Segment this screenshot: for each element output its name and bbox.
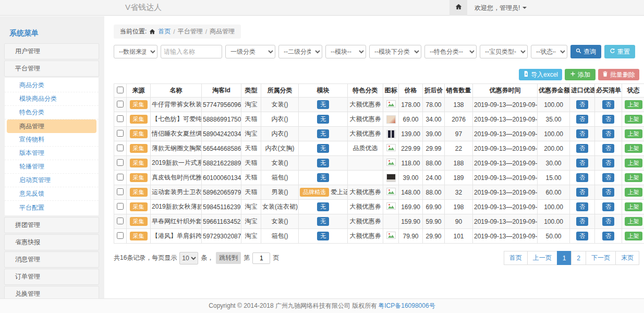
row-checkbox[interactable] xyxy=(117,159,124,166)
reset-button[interactable]: 重置 xyxy=(604,45,635,58)
must-buy-toggle[interactable]: 否 xyxy=(602,115,614,124)
must-buy-toggle[interactable]: 否 xyxy=(602,173,614,182)
import-select-toggle[interactable]: 否 xyxy=(576,100,588,109)
category-level1-select[interactable]: 一级分类 xyxy=(225,45,275,58)
row-checkbox[interactable] xyxy=(117,232,124,239)
status-badge[interactable]: 上架 xyxy=(625,188,642,197)
category-level2-select[interactable]: --二级分类-- xyxy=(278,45,322,58)
import-select-toggle[interactable]: 否 xyxy=(576,232,588,240)
cell-type: 天猫 xyxy=(241,112,261,127)
sidebar-item[interactable]: 平台管理 xyxy=(4,61,99,77)
import-select-toggle[interactable]: 否 xyxy=(576,188,588,197)
import-select-toggle[interactable]: 否 xyxy=(576,202,588,211)
status-badge[interactable]: 上架 xyxy=(625,144,642,153)
data-source-select[interactable]: --数据来源-- xyxy=(114,45,157,58)
cell-select xyxy=(114,214,127,229)
page-button[interactable]: 上一页 xyxy=(527,251,557,265)
search-button[interactable]: 查询 xyxy=(570,45,601,58)
sidebar-item[interactable]: 用户管理 xyxy=(4,43,99,59)
import-select-toggle[interactable]: 否 xyxy=(576,144,588,153)
sidebar-subitem[interactable]: 模块商品分类 xyxy=(5,92,99,106)
sidebar-subitem[interactable]: 启动页管理 xyxy=(5,174,99,187)
must-buy-toggle[interactable]: 否 xyxy=(602,159,614,167)
sidebar-subitem[interactable]: 意见反馈 xyxy=(5,187,99,201)
module-subcategory-select[interactable]: --模块下分类-- xyxy=(369,45,421,58)
name-search-input[interactable] xyxy=(161,45,222,58)
status-badge[interactable]: 上架 xyxy=(625,100,642,109)
import-select-toggle[interactable]: 否 xyxy=(576,217,588,226)
breadcrumb-home-link[interactable]: 首页 xyxy=(158,27,171,36)
import-select-toggle[interactable]: 否 xyxy=(576,159,588,167)
page-size-select[interactable]: 10 xyxy=(179,252,198,264)
page-button[interactable]: 末页 xyxy=(615,251,639,265)
source-badge: 采集 xyxy=(130,159,148,167)
jump-to-button[interactable]: 跳转到 xyxy=(216,252,241,264)
page-button[interactable]: 首页 xyxy=(504,251,528,265)
must-buy-toggle[interactable]: 否 xyxy=(602,217,614,226)
import-select-toggle[interactable]: 否 xyxy=(576,173,588,182)
sidebar-subitem[interactable]: 宣传物料 xyxy=(5,133,99,147)
sidebar-subitem[interactable]: 轮播管理 xyxy=(5,160,99,174)
row-checkbox[interactable] xyxy=(117,145,124,151)
sidebar-item[interactable]: 省惠快报 xyxy=(4,234,99,250)
sidebar-subitem[interactable]: 商品分类 xyxy=(5,79,99,92)
status-badge[interactable]: 上架 xyxy=(625,232,642,240)
column-header: 名称 xyxy=(151,84,202,98)
sidebar-subitem[interactable]: 平台配置 xyxy=(5,201,99,214)
page-button[interactable]: 下一页 xyxy=(586,251,616,265)
row-checkbox[interactable] xyxy=(117,115,124,122)
sidebar-item[interactable]: 消息管理 xyxy=(4,251,99,268)
sidebar-subitem[interactable]: 版本管理 xyxy=(5,147,99,160)
status-badge[interactable]: 上架 xyxy=(625,173,642,182)
status-badge[interactable]: 上架 xyxy=(625,129,642,138)
must-buy-toggle[interactable]: 否 xyxy=(602,202,614,211)
sidebar-item[interactable]: 订单管理 xyxy=(4,269,99,285)
must-buy-toggle[interactable]: 否 xyxy=(602,144,614,153)
page-number-input[interactable] xyxy=(252,252,270,264)
row-checkbox[interactable] xyxy=(117,174,124,180)
add-button[interactable]: 添加 xyxy=(565,69,596,80)
row-checkbox[interactable] xyxy=(117,130,124,137)
module-select[interactable]: --模块-- xyxy=(325,45,366,58)
trash-icon xyxy=(602,71,608,78)
row-checkbox[interactable] xyxy=(117,218,124,224)
cell-coupon-amount: 15.00 xyxy=(538,171,570,185)
feature-category-select[interactable]: --特色分类-- xyxy=(424,45,477,58)
select-all-checkbox[interactable] xyxy=(117,87,124,93)
status-badge[interactable]: 上架 xyxy=(625,202,642,211)
import-select-toggle[interactable]: 否 xyxy=(576,129,588,138)
home-button[interactable] xyxy=(449,0,467,16)
status-select[interactable]: --状态-- xyxy=(531,45,567,58)
row-checkbox[interactable] xyxy=(117,203,124,210)
cell-name: 早春网红针织外套女春... xyxy=(151,214,202,229)
column-header: 优惠券时间 xyxy=(473,84,538,98)
import-excel-button[interactable]: 导入excel xyxy=(519,69,562,80)
cell-category: 女装(连衣裙) xyxy=(261,200,299,214)
sidebar-subitem[interactable]: 特色分类 xyxy=(5,106,99,119)
must-buy-toggle[interactable]: 否 xyxy=(602,100,614,109)
batch-delete-button[interactable]: 批量删除 xyxy=(598,69,639,80)
row-checkbox[interactable] xyxy=(117,101,124,107)
item-type-select[interactable]: --宝贝类型-- xyxy=(480,45,528,58)
sidebar-item[interactable]: 拼团管理 xyxy=(4,217,99,233)
row-checkbox[interactable] xyxy=(117,188,124,195)
status-badge[interactable]: 上架 xyxy=(625,217,642,226)
import-select-toggle[interactable]: 否 xyxy=(576,115,588,124)
cell-module: 无 xyxy=(299,214,348,229)
cell-import-select: 否 xyxy=(570,112,595,127)
must-buy-toggle[interactable]: 否 xyxy=(602,129,614,138)
must-buy-toggle[interactable]: 否 xyxy=(602,188,614,197)
status-badge[interactable]: 上架 xyxy=(625,159,642,167)
must-buy-toggle[interactable]: 否 xyxy=(602,232,614,240)
page-button[interactable]: 1 xyxy=(557,251,572,265)
icp-link[interactable]: 粤ICP备16098006号 xyxy=(378,302,435,310)
status-badge[interactable]: 上架 xyxy=(625,115,642,124)
cell-select xyxy=(114,127,127,141)
page-button[interactable]: 2 xyxy=(571,251,586,265)
module-text: 爱上运动 xyxy=(331,188,348,197)
cell-must-buy: 否 xyxy=(595,156,622,171)
sidebar-subitem[interactable]: 商品管理 xyxy=(7,119,96,133)
cell-category: 女装() xyxy=(261,98,299,112)
user-menu[interactable]: 欢迎您，管理员! xyxy=(475,4,527,13)
cell-status: 上架 xyxy=(622,156,644,171)
